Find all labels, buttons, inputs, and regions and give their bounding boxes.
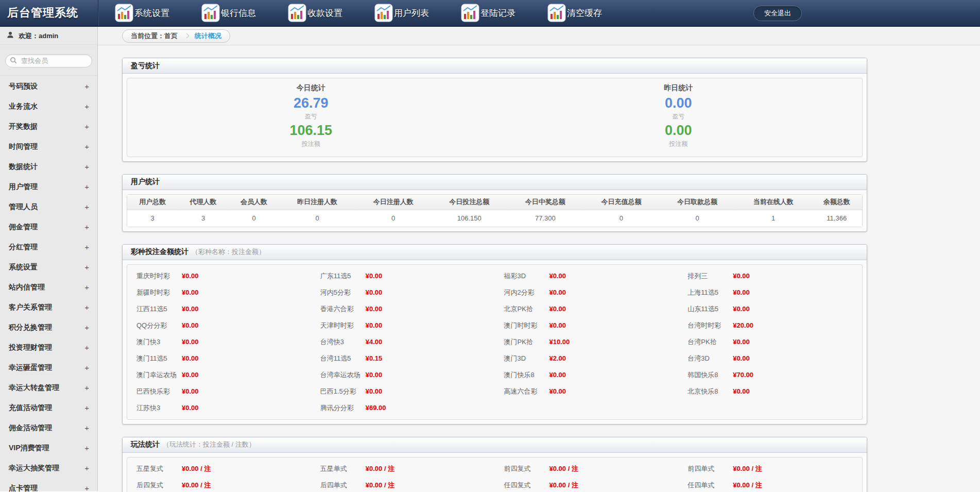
sidebar-item-6[interactable]: 用户管理+	[0, 177, 97, 197]
lottery-stat-cell: 天津时时彩¥0.00	[311, 317, 495, 334]
plus-icon: +	[84, 303, 89, 312]
nav-item-6[interactable]: 清空缓存	[547, 4, 602, 22]
stat-amount: ¥0.00	[549, 305, 566, 313]
stat-amount: ¥0.00	[366, 321, 383, 329]
lottery-stat-cell: 澳门PK拾¥10.00	[495, 334, 679, 350]
chart-icon	[201, 4, 220, 22]
nav-item-3[interactable]: 收款设置	[288, 4, 342, 22]
search-icon	[10, 57, 18, 66]
lottery-stat-cell: 广东11选5¥0.00	[311, 268, 495, 284]
nav-item-2[interactable]: 银行信息	[201, 4, 256, 22]
sidebar-item-8[interactable]: 佣金管理+	[0, 217, 97, 237]
stat-amount: ¥0.00	[366, 371, 383, 379]
sidebar-item-2[interactable]: 业务流水+	[0, 96, 97, 116]
lottery-stat-cell: QQ分分彩¥0.00	[127, 317, 311, 334]
today-profit-value: 26.79	[127, 95, 495, 112]
play-stat-cell: 后四复式¥0.00 / 注	[127, 477, 311, 492]
sidebar-item-3[interactable]: 开奖数据+	[0, 116, 97, 137]
sidebar-item-18[interactable]: 佣金活动管理+	[0, 418, 97, 438]
sidebar-item-label: 业务流水	[9, 102, 38, 111]
sidebar-item-20[interactable]: 幸运大抽奖管理+	[0, 458, 97, 478]
stat-name: 台湾3D	[687, 354, 733, 363]
sidebar-item-1[interactable]: 号码预设+	[0, 76, 97, 96]
stat-name: 江西11选5	[136, 304, 182, 314]
stat-amount: ¥0.00	[549, 387, 566, 395]
sidebar-item-label: 时间管理	[9, 142, 38, 151]
users-column-header: 今日投注总额	[431, 195, 507, 210]
nav-item-1[interactable]: 系统设置	[115, 4, 169, 22]
user-icon	[6, 31, 14, 41]
chart-icon	[374, 4, 393, 22]
nav-item-5[interactable]: 登陆记录	[461, 4, 515, 22]
sidebar-item-9[interactable]: 分红管理+	[0, 237, 97, 257]
stat-amount: ¥0.00	[366, 387, 383, 395]
stat-amount: ¥0.00 / 注	[182, 481, 211, 490]
profit-today: 今日统计 26.79 盈亏 106.15 投注额	[127, 83, 495, 149]
plus-icon: +	[84, 383, 89, 392]
play-stat-cell: 任四复式¥0.00 / 注	[495, 477, 679, 492]
sidebar-item-7[interactable]: 管理人员+	[0, 197, 97, 217]
sidebar-item-14[interactable]: 投资理财管理+	[0, 337, 97, 358]
users-panel: 用户统计 用户总数代理人数会员人数昨日注册人数今日注册人数今日投注总额今日中奖总…	[122, 174, 867, 232]
lottery-stat-cell: 腾讯分分彩¥69.00	[311, 400, 495, 416]
stat-amount: ¥0.00	[733, 272, 750, 280]
welcome-text: 欢迎：admin	[19, 31, 58, 41]
users-column-value: 1	[735, 210, 812, 227]
lottery-grid: 重庆时时彩¥0.00广东11选5¥0.00福彩3D¥0.00排列三¥0.00新疆…	[127, 264, 863, 420]
play-stat-cell: 前四复式¥0.00 / 注	[495, 461, 679, 477]
sidebar-item-5[interactable]: 数据统计+	[0, 157, 97, 177]
sidebar-item-17[interactable]: 充值活动管理+	[0, 398, 97, 418]
stat-amount: ¥0.00	[182, 338, 199, 346]
search-input[interactable]	[5, 54, 92, 67]
sidebar-item-15[interactable]: 幸运砸蛋管理+	[0, 358, 97, 378]
breadcrumb-current[interactable]: 统计概况	[195, 31, 221, 41]
sidebar-item-19[interactable]: VIP消费管理+	[0, 438, 97, 458]
stat-name: 五星单式	[320, 464, 366, 473]
sidebar-item-label: 点卡管理	[9, 484, 38, 492]
plus-icon: +	[84, 363, 89, 372]
lottery-stat-cell: 北京PK拾¥0.00	[495, 301, 679, 317]
stat-amount: ¥0.00 / 注	[549, 481, 578, 490]
nav-item-4[interactable]: 用户列表	[374, 4, 429, 22]
sidebar-item-21[interactable]: 点卡管理+	[0, 478, 97, 492]
panel-subtitle: （彩种名称：投注金额）	[192, 247, 265, 257]
lottery-stat-cell: 台湾时时彩¥20.00	[678, 317, 862, 334]
plus-icon: +	[84, 182, 89, 191]
sidebar-item-13[interactable]: 积分兑换管理+	[0, 317, 97, 337]
play-stat-cell: 前四单式¥0.00 / 注	[678, 461, 862, 477]
stat-name: 澳门3D	[504, 354, 549, 363]
app-title: 后台管理系统	[0, 5, 98, 21]
lottery-stat-cell: 江西11选5¥0.00	[127, 301, 311, 317]
sidebar-item-label: 幸运大抽奖管理	[9, 464, 59, 473]
sidebar-item-11[interactable]: 站内信管理+	[0, 277, 97, 297]
users-column-header: 会员人数	[229, 195, 279, 210]
stat-amount: ¥70.00	[733, 371, 753, 379]
yesterday-bet-value: 0.00	[495, 122, 863, 140]
chart-icon	[115, 4, 133, 22]
nav-item-label: 银行信息	[221, 7, 256, 19]
users-column-header: 当前在线人数	[735, 195, 812, 210]
stat-amount: ¥0.00 / 注	[366, 464, 394, 473]
sidebar-item-16[interactable]: 幸运大转盘管理+	[0, 378, 97, 398]
stat-name: 后四复式	[136, 481, 182, 490]
stat-name: 澳门11选5	[136, 354, 182, 363]
users-column-value: 0	[355, 210, 432, 227]
stat-name: 新疆时时彩	[136, 288, 182, 297]
lottery-stat-cell: 新疆时时彩¥0.00	[127, 284, 311, 301]
sidebar-item-label: 数据统计	[9, 162, 38, 172]
sidebar-item-12[interactable]: 客户关系管理+	[0, 297, 97, 317]
plus-icon: +	[84, 323, 89, 332]
stat-amount: ¥0.00	[549, 272, 566, 280]
sidebar-item-4[interactable]: 时间管理+	[0, 137, 97, 157]
plus-icon: +	[84, 484, 89, 492]
plus-icon: +	[84, 403, 89, 412]
sidebar: 欢迎：admin 号码预设+业务流水+开奖数据+时间管理+数据统计+用户管理+管…	[0, 27, 98, 491]
stat-amount: ¥0.00	[182, 404, 199, 412]
play-stat-cell: 五星复式¥0.00 / 注	[127, 461, 311, 477]
users-column-header: 今日取款总额	[659, 195, 735, 210]
logout-button[interactable]: 安全退出	[753, 6, 802, 21]
sidebar-item-10[interactable]: 系统设置+	[0, 257, 97, 277]
users-column-value: 11,366	[811, 210, 862, 227]
today-bet-value: 106.15	[127, 122, 495, 140]
stat-amount: ¥0.00	[182, 272, 199, 280]
